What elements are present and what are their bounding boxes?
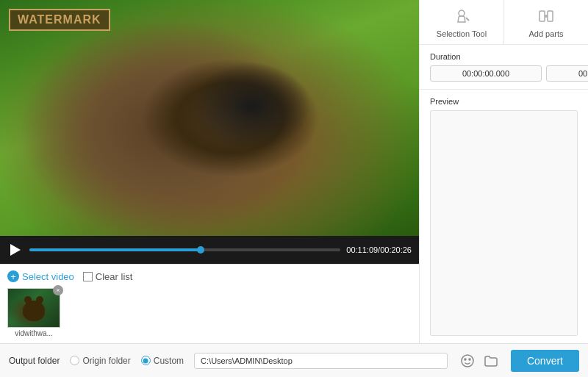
selection-tool-icon <box>451 6 472 26</box>
origin-folder-option[interactable]: Origin folder <box>70 356 130 366</box>
add-parts-button[interactable]: Add parts <box>504 0 588 44</box>
select-video-button[interactable]: + Select video <box>7 270 74 282</box>
bottom-icons <box>458 351 501 370</box>
folder-icon-button[interactable] <box>481 351 501 370</box>
preview-section: Preview <box>420 90 588 343</box>
svg-point-6 <box>462 355 473 367</box>
remove-file-button[interactable]: × <box>53 285 63 295</box>
duration-start-input[interactable] <box>430 65 542 82</box>
svg-rect-3 <box>548 11 553 21</box>
add-parts-icon <box>536 6 556 26</box>
time-display: 00:11:09/00:20:26 <box>346 245 412 254</box>
video-controls: 00:11:09/00:20:26 <box>0 236 419 264</box>
file-list-section: + Select video Clear list × vidwithwa... <box>0 264 419 343</box>
thumbnail-image <box>7 288 60 328</box>
convert-button[interactable]: Convert <box>511 350 579 372</box>
custom-folder-label: Custom <box>154 356 184 366</box>
play-button[interactable] <box>7 242 24 258</box>
sidebar-tools: Selection Tool Add parts <box>420 0 588 45</box>
svg-point-7 <box>465 359 466 360</box>
output-folder-label: Output folder <box>9 356 60 366</box>
plus-icon: + <box>7 270 19 282</box>
file-thumbnails: × vidwithwa... <box>7 288 412 337</box>
bear-icon <box>23 301 45 321</box>
svg-rect-2 <box>539 11 545 21</box>
selection-tool-button[interactable]: Selection Tool <box>420 0 504 44</box>
watermark-badge: WATERMARK <box>9 9 110 31</box>
preview-area <box>430 110 578 336</box>
list-item[interactable]: × vidwithwa... <box>7 288 60 337</box>
duration-end-input[interactable] <box>546 65 588 82</box>
add-parts-label: Add parts <box>528 29 563 38</box>
svg-point-8 <box>469 359 470 360</box>
origin-folder-radio[interactable] <box>70 356 79 365</box>
emoji-icon-button[interactable] <box>458 351 477 370</box>
progress-bar[interactable] <box>29 248 340 251</box>
duration-inputs <box>430 65 578 82</box>
play-icon <box>10 244 21 256</box>
main-area: WATERMARK 00:11:09/00:20:26 + Select vid… <box>0 0 588 343</box>
origin-folder-label: Origin folder <box>82 356 130 366</box>
video-section: WATERMARK 00:11:09/00:20:26 <box>0 0 419 264</box>
progress-fill <box>29 248 201 251</box>
custom-folder-radio[interactable] <box>141 356 151 365</box>
svg-point-0 <box>459 10 465 16</box>
right-sidebar: Selection Tool Add parts Duration <box>419 0 588 343</box>
file-list-toolbar: + Select video Clear list <box>7 270 412 282</box>
duration-section: Duration <box>420 45 588 90</box>
frog-video-frame <box>0 0 419 236</box>
select-video-label: Select video <box>22 271 74 282</box>
bottom-bar: Output folder Origin folder Custom Conve… <box>0 343 588 377</box>
svg-line-1 <box>466 18 469 21</box>
video-container: WATERMARK <box>0 0 419 236</box>
progress-thumb <box>197 246 204 254</box>
checkbox-icon <box>83 272 93 281</box>
clear-list-button[interactable]: Clear list <box>83 271 133 282</box>
selection-tool-label: Selection Tool <box>437 29 487 38</box>
duration-label: Duration <box>430 52 578 61</box>
folder-path-input[interactable] <box>194 353 448 369</box>
file-name-label: vidwithwa... <box>7 329 60 337</box>
custom-folder-option[interactable]: Custom <box>141 356 184 366</box>
clear-list-label: Clear list <box>96 271 133 282</box>
preview-label: Preview <box>430 97 459 106</box>
